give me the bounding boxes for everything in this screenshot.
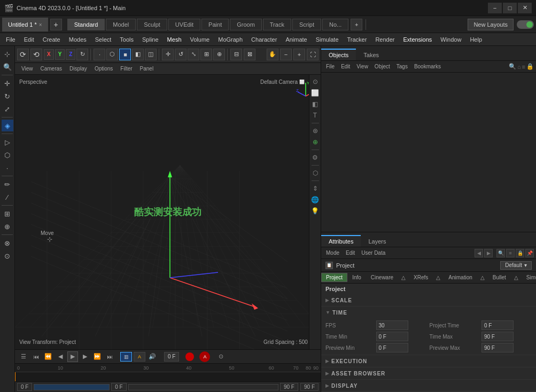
scale-tool[interactable]: ⤡	[188, 49, 199, 60]
vp-hex-btn[interactable]: ⬡	[310, 168, 320, 178]
preview-max-value[interactable]: 90 F	[481, 343, 514, 352]
vp-arrow-btn[interactable]: ⇕	[310, 184, 320, 193]
tl-audio-btn[interactable]: 🔊	[147, 351, 158, 362]
attr-forward-btn[interactable]: ▶	[484, 249, 493, 257]
object-uvw[interactable]: ◧	[132, 49, 144, 60]
vp-menu-display[interactable]: Display	[66, 65, 90, 72]
layout-tab-no[interactable]: No...	[322, 19, 348, 30]
preview-min-value[interactable]: 0 F	[376, 343, 408, 352]
grid-btn[interactable]: ⊟	[230, 49, 242, 60]
time-section-header[interactable]: ▼ TIME	[321, 307, 536, 318]
obj-menu-view[interactable]: View	[354, 63, 371, 70]
sub-tab-simulation[interactable]: Simulation	[522, 273, 536, 282]
vp-light-btn[interactable]: 💡	[310, 206, 320, 216]
attr-filter-btn[interactable]: ≡	[506, 249, 515, 257]
object-point[interactable]: ·	[94, 49, 105, 60]
layout-tab-paint[interactable]: Paint	[201, 19, 229, 30]
menu-tools[interactable]: Tools	[116, 34, 137, 45]
add-layout-button[interactable]: +	[351, 19, 362, 30]
attr-menu-userdata[interactable]: User Data	[359, 249, 388, 256]
tl-range-btn[interactable]: ▥	[120, 352, 132, 362]
vp-gear-btn[interactable]: ⚙	[310, 153, 320, 162]
project-time-value[interactable]: 0 F	[481, 320, 514, 330]
tool-snap[interactable]: ⊞	[2, 208, 13, 219]
obj-menu-tags[interactable]: Tags	[394, 63, 410, 70]
menu-mesh[interactable]: Mesh	[164, 34, 185, 45]
preset-dropdown[interactable]: Default ▾	[500, 261, 532, 270]
scale-section-header[interactable]: ▶ SCALE	[321, 294, 536, 306]
tl-frame-preview[interactable]: 90 F	[300, 383, 319, 391]
tl-frame-end[interactable]: 0 F	[111, 383, 126, 391]
sub-tab-animation[interactable]: Animation	[444, 273, 477, 282]
asset-browser-section-header[interactable]: ▶ ASSET BROWSER	[321, 367, 536, 379]
layout-tab-standard[interactable]: Standard	[67, 19, 105, 30]
sub-tab-project[interactable]: Project	[321, 273, 347, 282]
vp-menu-options[interactable]: Options	[91, 65, 116, 72]
menu-create[interactable]: Create	[39, 34, 64, 45]
vp-snap-btn[interactable]: ⊕	[310, 137, 320, 147]
vp-mode-btn[interactable]: ⊙	[310, 77, 320, 87]
layout-toggle[interactable]	[517, 20, 534, 29]
new-layouts-button[interactable]: New Layouts	[468, 19, 514, 30]
attr-back-btn[interactable]: ◀	[475, 249, 483, 257]
tab-layers[interactable]: Layers	[361, 235, 393, 247]
obj-menu-bookmarks[interactable]: Bookmarks	[411, 63, 444, 70]
tl-last-btn[interactable]: ⏭	[104, 351, 115, 362]
menu-tracker[interactable]: Tracker	[344, 34, 371, 45]
menu-spline[interactable]: Spline	[138, 34, 162, 45]
sub-tab-bullet[interactable]: Bullet	[488, 273, 511, 282]
attr-search-btn[interactable]: 🔍	[496, 249, 505, 257]
attr-menu-edit[interactable]: Edit	[343, 249, 358, 256]
layout-tab-groom[interactable]: Groom	[230, 19, 262, 30]
attr-pin-btn[interactable]: 📌	[525, 249, 534, 257]
layout-tab-script[interactable]: Script	[292, 19, 321, 30]
home-icon[interactable]: ⌂	[517, 64, 521, 70]
coord-z[interactable]: Z	[66, 49, 75, 60]
world-btn[interactable]: ⊠	[244, 49, 255, 60]
tool-select[interactable]: ⊹	[2, 48, 13, 60]
vp-menu-view[interactable]: View	[18, 65, 36, 72]
tab-attributes[interactable]: Attributes	[321, 235, 361, 247]
rotate-icon[interactable]: ↻	[76, 49, 88, 60]
vp-menu-panel[interactable]: Panel	[137, 65, 157, 72]
search-icon[interactable]: 🔍	[509, 63, 516, 70]
tool-active[interactable]: ◈	[2, 120, 13, 131]
zoom-in-btn[interactable]: +	[293, 49, 305, 60]
object-edge[interactable]: ⬡	[106, 49, 118, 60]
menu-file[interactable]: File	[2, 34, 19, 45]
fps-value[interactable]: 30	[376, 320, 408, 330]
display-section-header[interactable]: ▶ DISPLAY	[321, 380, 536, 391]
tl-settings-btn[interactable]: ⊙	[215, 351, 226, 362]
tl-menu-btn[interactable]: ☰	[18, 351, 29, 362]
tool-move[interactable]: ✛	[2, 77, 13, 89]
document-tab[interactable]: Untitled 1 * ×	[2, 18, 48, 32]
filter-icon[interactable]: ≡	[522, 64, 525, 70]
menu-select[interactable]: Select	[91, 34, 115, 45]
minimize-button[interactable]: −	[488, 3, 502, 13]
sub-tab-cineware[interactable]: Cineware	[366, 273, 398, 282]
vp-menu-filter[interactable]: Filter	[117, 65, 135, 72]
coord-x[interactable]: X	[44, 49, 54, 60]
redo-btn[interactable]: ⟲	[30, 49, 42, 60]
layout-tab-track[interactable]: Track	[263, 19, 291, 30]
object-poly[interactable]: ■	[119, 49, 131, 60]
tab-close-icon[interactable]: ×	[39, 22, 42, 28]
sub-tab-info[interactable]: Info	[347, 273, 366, 282]
tool-paint[interactable]: ✏	[2, 178, 13, 190]
menu-render[interactable]: Render	[371, 34, 398, 45]
vp-box-btn[interactable]: ◧	[310, 99, 320, 109]
coord-y[interactable]: Y	[55, 49, 65, 60]
hand-tool[interactable]: ✋	[267, 49, 278, 60]
menu-mograph[interactable]: MoGraph	[214, 34, 246, 45]
tl-key-a-btn[interactable]: A	[134, 352, 145, 362]
close-button[interactable]: ✕	[518, 3, 532, 13]
menu-character[interactable]: Character	[247, 34, 281, 45]
sub-tab-xrefs[interactable]: XRefs	[409, 273, 433, 282]
undo-history-btn[interactable]: ⟳	[17, 49, 29, 60]
obj-menu-object[interactable]: Object	[372, 63, 393, 70]
layout-tab-model[interactable]: Model	[106, 19, 136, 30]
time-min-value[interactable]: 0 F	[376, 332, 408, 341]
tool-axis[interactable]: ⊕	[2, 221, 13, 232]
tool-misc2[interactable]: ⊙	[2, 250, 13, 262]
tl-frame-max[interactable]: 90 F	[280, 383, 298, 391]
